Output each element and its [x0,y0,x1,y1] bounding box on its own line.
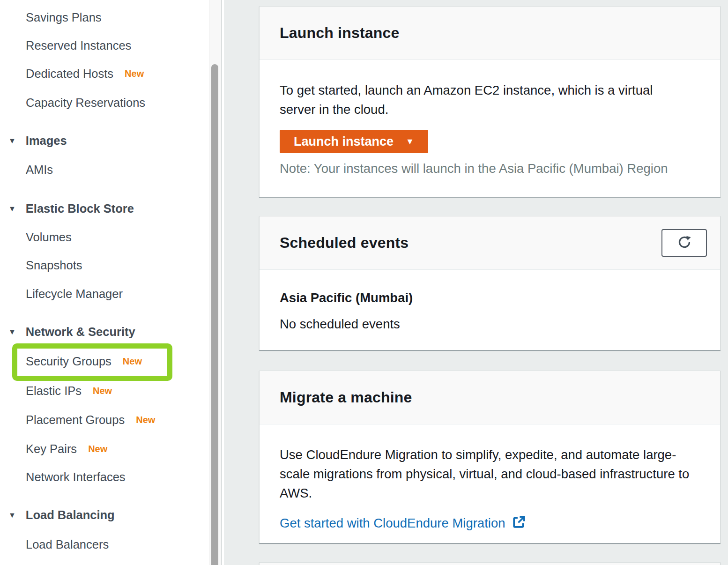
sidebar-item-label: Elastic IPs [26,384,82,397]
sidebar-item-label: Dedicated Hosts [26,67,113,80]
sidebar-item-label: Load Balancing [26,508,115,521]
section-collapse-icon: ▼ [8,323,16,342]
card-header: Launch instance [260,7,720,60]
new-badge: New [93,386,112,396]
sidebar-item-network-interfaces[interactable]: Network Interfaces [26,468,126,486]
sidebar-item-dedicated-hosts[interactable]: Dedicated HostsNew [26,64,144,83]
card-header: Migrate a machine [260,371,720,424]
sidebar-item-label: Savings Plans [26,11,102,24]
sidebar-item-label: Reserved Instances [26,39,131,52]
migrate-link-row: Get started with CloudEndure Migration [280,515,700,531]
scrollbar-thumb[interactable] [211,64,218,565]
section-collapse-icon: ▼ [8,506,16,525]
card-body: Use CloudEndure Migration to simplify, e… [260,424,720,531]
sidebar-item-placement-groups[interactable]: Placement GroupsNew [26,410,155,429]
card-body: To get started, launch an Amazon EC2 ins… [260,60,720,176]
security-groups-highlight [12,343,172,381]
sidebar-item-amis[interactable]: AMIs [26,160,53,179]
card-title: Migrate a machine [280,389,412,406]
ec2-dashboard: { "sidebar": { "items": [ {"type":"link"… [0,0,728,565]
section-collapse-icon: ▼ [8,200,16,218]
no-events-text: No scheduled events [280,317,700,332]
sidebar-item-label: Capacity Reservations [26,96,145,109]
content-divider [221,0,224,565]
region-heading: Asia Pacific (Mumbai) [280,290,700,305]
sidebar-item-elastic-ips[interactable]: Elastic IPsNew [26,381,112,400]
scheduled-events-card: Scheduled events Asia Pacific (Mumbai) N… [259,216,721,350]
sidebar-item-savings-plans[interactable]: Savings Plans [26,8,102,27]
sidebar-item-label: Lifecycle Manager [26,287,123,300]
next-card-partial [259,562,721,565]
refresh-icon [676,234,692,252]
sidebar-item-reserved-instances[interactable]: Reserved Instances [26,36,131,55]
sidebar-item-label: Network & Security [26,325,135,338]
launch-button-label: Launch instance [294,134,394,149]
sidebar-item-lifecycle-manager[interactable]: Lifecycle Manager [26,284,123,303]
refresh-button[interactable] [661,229,707,257]
sidebar-section-network-and-security[interactable]: ▼Network & Security [8,322,135,341]
sidebar-item-label: Key Pairs [26,442,77,455]
sidebar-item-label: Snapshots [26,259,82,272]
sidebar-item-label: Images [26,134,67,147]
sidebar-nav: Savings PlansReserved InstancesDedicated… [0,0,209,565]
sidebar-item-key-pairs[interactable]: Key PairsNew [26,439,107,458]
sidebar-section-load-balancing[interactable]: ▼Load Balancing [8,506,115,524]
sidebar-section-elastic-block-store[interactable]: ▼Elastic Block Store [8,199,134,218]
sidebar-item-volumes[interactable]: Volumes [26,228,72,246]
section-collapse-icon: ▼ [8,132,16,150]
sidebar-item-snapshots[interactable]: Snapshots [26,256,82,275]
card-title: Scheduled events [280,234,409,252]
new-badge: New [88,444,107,454]
sidebar-item-label: Load Balancers [26,538,109,551]
launch-instance-card: Launch instance To get started, launch a… [259,6,721,197]
sidebar-item-label: Network Interfaces [26,470,126,483]
sidebar-item-label: Placement Groups [26,413,125,426]
sidebar-item-label: Volumes [26,230,72,244]
card-body: Asia Pacific (Mumbai) No scheduled event… [260,270,720,332]
card-title: Launch instance [280,24,400,42]
migrate-description: Use CloudEndure Migration to simplify, e… [280,445,700,503]
sidebar-item-label: Elastic Block Store [26,202,134,215]
sidebar-item-load-balancers[interactable]: Load Balancers [26,535,109,554]
migrate-machine-card: Migrate a machine Use CloudEndure Migrat… [259,371,721,543]
sidebar-item-capacity-reservations[interactable]: Capacity Reservations [26,93,145,112]
launch-description: To get started, launch an Amazon EC2 ins… [280,81,692,119]
launch-instance-button[interactable]: Launch instance ▼ [280,130,428,153]
sidebar-item-label: AMIs [26,163,53,176]
launch-region-note: Note: Your instances will launch in the … [280,161,700,176]
card-header: Scheduled events [260,216,720,270]
external-link-icon [512,515,526,531]
new-badge: New [136,415,155,425]
dropdown-caret-icon: ▼ [406,137,414,146]
cloudendure-link[interactable]: Get started with CloudEndure Migration [280,516,505,531]
sidebar-scrollbar[interactable] [209,0,221,565]
sidebar-section-images[interactable]: ▼Images [8,131,67,150]
new-badge: New [125,68,144,79]
